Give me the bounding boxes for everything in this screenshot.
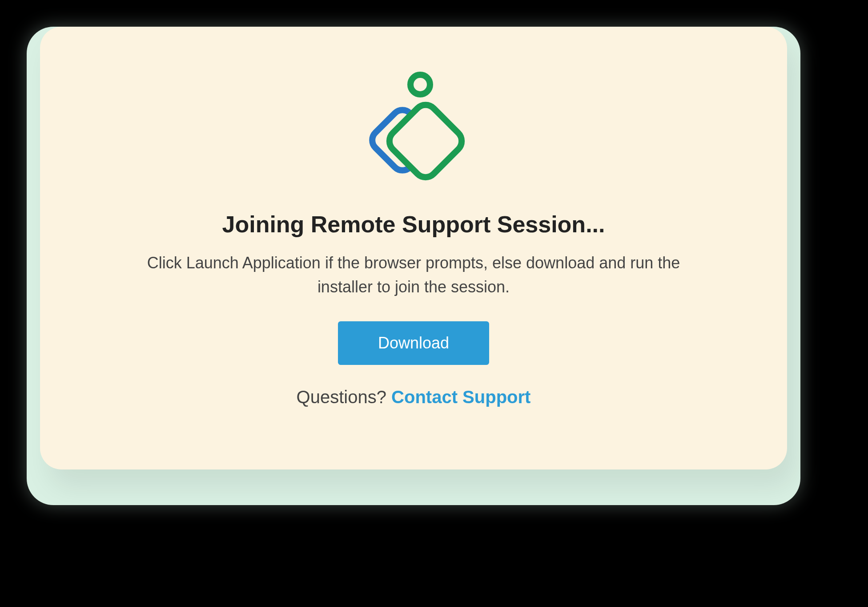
app-logo-icon (360, 71, 467, 189)
page-title: Joining Remote Support Session... (222, 211, 605, 238)
questions-label: Questions? (297, 387, 391, 407)
svg-point-0 (410, 75, 430, 94)
download-button[interactable]: Download (338, 321, 489, 365)
card-shadow-wrapper: Joining Remote Support Session... Click … (27, 27, 800, 505)
contact-support-link[interactable]: Contact Support (391, 387, 530, 407)
footer-line: Questions? Contact Support (297, 387, 531, 407)
instruction-text: Click Launch Application if the browser … (129, 251, 698, 299)
session-card: Joining Remote Support Session... Click … (40, 27, 787, 469)
